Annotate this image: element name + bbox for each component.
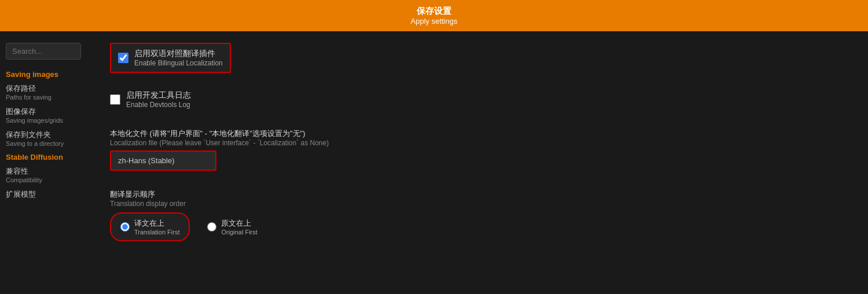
radio-option-original-first[interactable]: 原文在上 Original First: [197, 212, 267, 241]
devtools-label-en: Enable Devtools Log: [126, 101, 191, 109]
bilingual-label-en: Enable Bilingual Localization: [134, 59, 223, 67]
radio-original-first-en: Original First: [221, 229, 257, 236]
sidebar: Saving images 保存路径 Paths for saving 图像保存…: [0, 43, 98, 294]
localization-label-zh: 本地化文件 (请将"用户界面" - "本地化翻译"选项设置为"无"): [110, 128, 856, 139]
apply-settings-button[interactable]: 保存设置 Apply settings: [0, 0, 868, 31]
bilingual-option-block: 启用双语对照翻译插件 Enable Bilingual Localization: [110, 43, 856, 79]
localization-label: 本地化文件 (请将"用户界面" - "本地化翻译"选项设置为"无") Local…: [110, 128, 856, 147]
localization-label-en: Localization file (Please leave `User in…: [110, 139, 856, 147]
search-input[interactable]: [6, 43, 81, 60]
translation-order-option-block: 翻译显示顺序 Translation display order 译文在上 Tr…: [110, 189, 856, 241]
devtools-option-block: 启用开发工具日志 Enable Devtools Log: [110, 88, 856, 119]
localization-option-block: 本地化文件 (请将"用户界面" - "本地化翻译"选项设置为"无") Local…: [110, 128, 856, 180]
sidebar-section-saving-images[interactable]: Saving images: [6, 70, 93, 79]
sidebar-item-saving-to-directory[interactable]: 保存到文件夹 Saving to a directory: [6, 130, 93, 147]
header-title-en: Apply settings: [0, 17, 868, 25]
sidebar-item-extension-models[interactable]: 扩展模型: [6, 189, 93, 200]
translation-order-label-en: Translation display order: [110, 200, 856, 208]
content-area: 启用双语对照翻译插件 Enable Bilingual Localization…: [98, 43, 868, 294]
devtools-checkbox-row[interactable]: 启用开发工具日志 Enable Devtools Log: [110, 88, 191, 111]
bilingual-label-zh: 启用双语对照翻译插件: [134, 49, 223, 59]
sidebar-item-compatibility[interactable]: 兼容性 Compatibility: [6, 166, 93, 183]
radio-translation-first-en: Translation First: [134, 229, 179, 236]
translation-order-label: 翻译显示顺序 Translation display order: [110, 189, 856, 208]
radio-translation-first[interactable]: [120, 222, 130, 231]
devtools-label-zh: 启用开发工具日志: [126, 90, 191, 101]
localization-dropdown[interactable]: zh-Hans (Stable) zh-Hans (Beta) None: [111, 152, 215, 170]
radio-translation-first-zh: 译文在上: [134, 218, 179, 229]
localization-dropdown-wrapper: zh-Hans (Stable) zh-Hans (Beta) None: [110, 150, 216, 171]
main-layout: Saving images 保存路径 Paths for saving 图像保存…: [0, 31, 868, 294]
translation-order-radio-group: 译文在上 Translation First 原文在上 Original Fir…: [110, 212, 856, 241]
bilingual-checkbox-row[interactable]: 启用双语对照翻译插件 Enable Bilingual Localization: [110, 43, 231, 73]
radio-original-first-zh: 原文在上: [221, 218, 257, 229]
sidebar-section-stable-diffusion[interactable]: Stable Diffusion: [6, 153, 93, 161]
translation-order-label-zh: 翻译显示顺序: [110, 189, 856, 200]
sidebar-item-paths-for-saving[interactable]: 保存路径 Paths for saving: [6, 83, 93, 101]
header-title-zh: 保存设置: [0, 6, 868, 17]
bilingual-checkbox[interactable]: [118, 53, 128, 63]
devtools-checkbox[interactable]: [110, 94, 120, 105]
radio-original-first[interactable]: [207, 222, 216, 231]
radio-option-translation-first[interactable]: 译文在上 Translation First: [110, 212, 190, 241]
sidebar-item-saving-images-grids[interactable]: 图像保存 Saving images/grids: [6, 106, 93, 124]
